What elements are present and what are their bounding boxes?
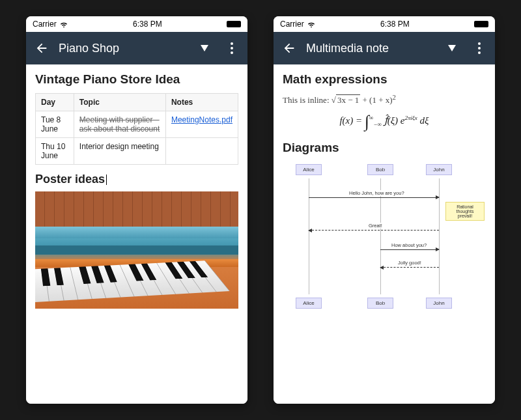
- actor-box: Alice: [296, 164, 322, 175]
- inline-math: This is inline: √3x − 1 + (1 + x)2: [283, 93, 486, 105]
- carrier-label: Carrier: [280, 20, 304, 29]
- sequence-diagram: Alice Bob John Alice Bob John Hello John…: [283, 161, 486, 311]
- attachment-link[interactable]: MeetingNotes.pdf: [171, 115, 232, 124]
- piano-image: [35, 191, 238, 309]
- chevron-down-icon: [448, 45, 456, 51]
- note-heading: Vintage Piano Store Idea: [35, 72, 238, 87]
- more-vert-icon: [231, 42, 233, 54]
- back-button[interactable]: [31, 38, 52, 59]
- block-math: f(x) = ∫∞−∞ ƒ̂(ξ) e2πiξx dξ: [283, 112, 486, 132]
- note-content[interactable]: Math expressions This is inline: √3x − 1…: [274, 64, 495, 404]
- battery-icon: [227, 21, 241, 27]
- actor-box: Alice: [296, 298, 322, 309]
- col-notes: Notes: [165, 94, 238, 111]
- filter-button[interactable]: [442, 38, 462, 59]
- actor-box: Bob: [367, 164, 393, 175]
- status-bar: Carrier 6:38 PM: [274, 16, 495, 32]
- filter-button[interactable]: [194, 38, 215, 59]
- carrier-label: Carrier: [33, 20, 57, 29]
- wifi-icon: [307, 20, 316, 29]
- diagram-note: Rational thoughts prevail!: [445, 202, 485, 221]
- text-cursor: [106, 175, 107, 185]
- wifi-icon: [59, 20, 68, 29]
- col-topic: Topic: [74, 94, 165, 111]
- note-content[interactable]: Vintage Piano Store Idea Day Topic Notes…: [26, 64, 247, 404]
- page-title: Piano Shop: [59, 42, 188, 55]
- clock-label: 6:38 PM: [380, 20, 410, 29]
- actor-box: Bob: [367, 298, 393, 309]
- arrow-left-icon: [282, 41, 296, 55]
- schedule-table: Day Topic Notes Tue 8 June Meeting with …: [35, 93, 238, 165]
- clock-label: 6:38 PM: [133, 20, 162, 29]
- note-subheading: Poster ideas: [35, 173, 238, 186]
- battery-icon: [474, 21, 488, 27]
- more-button[interactable]: [221, 38, 242, 59]
- more-button[interactable]: [469, 38, 490, 59]
- more-vert-icon: [478, 42, 481, 54]
- section-heading-diagrams: Diagrams: [283, 141, 486, 155]
- actor-box: John: [426, 164, 452, 175]
- table-row: Tue 8 June Meeting with supplier – ask a…: [36, 111, 238, 138]
- table-row: Thu 10 June Interior design meeting: [36, 138, 238, 165]
- actor-box: John: [426, 298, 452, 309]
- phone-right: Carrier 6:38 PM Multimedia note Math exp…: [274, 16, 495, 404]
- chevron-down-icon: [201, 45, 208, 51]
- section-heading-math: Math expressions: [283, 72, 486, 87]
- phone-left: Carrier 6:38 PM Piano Shop Vintage Piano…: [26, 16, 247, 404]
- page-title: Multimedia note: [306, 42, 435, 55]
- back-button[interactable]: [279, 38, 300, 59]
- arrow-left-icon: [35, 41, 49, 55]
- app-bar: Piano Shop: [26, 32, 247, 64]
- app-bar: Multimedia note: [274, 32, 495, 64]
- col-day: Day: [36, 94, 74, 111]
- status-bar: Carrier 6:38 PM: [26, 16, 247, 32]
